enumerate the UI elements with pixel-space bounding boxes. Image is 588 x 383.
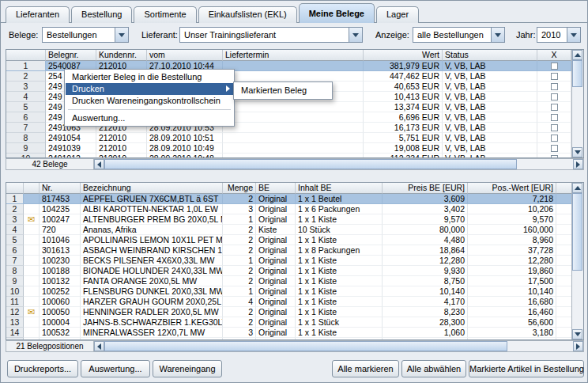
pos-horizontal-scrollbar[interactable] — [94, 340, 584, 352]
row-checkbox[interactable] — [551, 114, 558, 121]
jahr-dropdown[interactable]: 2010 — [537, 27, 581, 43]
cell-status: V, VB, LAB — [443, 112, 537, 123]
cell-inhalt-be: 10 Stück — [296, 225, 383, 235]
menu-item-auswertung[interactable]: Auswertung... — [66, 112, 233, 124]
dropdown-arrow-icon[interactable] — [349, 28, 362, 42]
cell-be: Kiste — [256, 225, 296, 235]
header-kundennr[interactable]: Kundennr. — [96, 50, 147, 61]
cell-be: Original — [256, 214, 296, 225]
header-rownum[interactable] — [6, 183, 24, 194]
pos-table-row[interactable]: 2104235ALBI KAROTTEN-NEKTAR 1,0L EW3Orig… — [6, 204, 571, 214]
header-menge[interactable]: Menge — [223, 183, 256, 194]
row-checkbox[interactable] — [551, 93, 558, 100]
pos-table-row[interactable]: 8100188BIONADE HOLUNDER 24X0,33L MW2Orig… — [6, 266, 571, 276]
pos-table-row[interactable]: 11100060HARZER GRAUH GOURM 20X0,25L MW4O… — [6, 297, 571, 307]
doc-table-row[interactable]: 8249105421201028.09.2010 10:515,751 EURV… — [6, 133, 571, 143]
header-bezeichnung[interactable]: Bezeichnung — [81, 183, 223, 194]
row-checkbox[interactable] — [551, 145, 558, 152]
cell-bezeichnung: Ananas, Afrika — [81, 225, 223, 235]
cell-nr: 100004 — [40, 317, 81, 328]
cell-preis-be: 28,300 — [383, 317, 468, 328]
scroll-down-icon[interactable] — [572, 329, 582, 339]
doc-hscroll-track[interactable] — [104, 159, 573, 169]
tab-bestellung[interactable]: Bestellung — [71, 6, 132, 23]
pos-table-row[interactable]: 14100532MINERALWASSER 12X0,7L MW3Origina… — [6, 328, 571, 338]
cell-menge: 2 — [223, 317, 256, 328]
alle-abwaehlen-button[interactable]: Alle abwählen — [401, 360, 466, 377]
scroll-up-icon[interactable] — [572, 183, 582, 193]
cell-bezeichnung: BECKS PILSENER 4X6X0,33L MW — [81, 256, 223, 266]
alle-markieren-button[interactable]: Alle markieren — [332, 360, 399, 377]
pos-table-row[interactable]: 10100252FLENSBURG DUNKEL 20X0,33L MW1Ori… — [6, 286, 571, 297]
lieferant-dropdown[interactable]: Unser Trainingslieferant — [179, 27, 363, 43]
header-wert[interactable]: Wert — [364, 50, 443, 61]
dropdown-arrow-icon[interactable] — [567, 28, 580, 42]
cell-liefertermin — [223, 143, 364, 154]
row-number: 9 — [6, 143, 46, 154]
row-checkbox[interactable] — [551, 83, 558, 90]
anzeige-dropdown[interactable]: alle Bestellungen — [413, 27, 505, 43]
header-inhalt-be[interactable]: Inhalt BE — [296, 183, 383, 194]
menu-item-drucken[interactable]: Drucken — [66, 83, 233, 95]
tab-sortimente[interactable]: Sortimente — [134, 6, 196, 23]
belege-dropdown[interactable]: Bestellungen — [42, 27, 129, 43]
pos-table-row[interactable]: 12✉100050HENNINGER RADLER 20X0,5L MW2Ori… — [6, 307, 571, 317]
scroll-right-icon[interactable] — [573, 159, 583, 169]
header-preis-be[interactable]: Preis BE [EUR] — [383, 183, 468, 194]
doc-vscroll-thumb[interactable] — [572, 60, 582, 87]
row-checkbox[interactable] — [551, 124, 558, 131]
pos-table-row[interactable]: 7100230BECKS PILSENER 4X6X0,33L MW1Origi… — [6, 256, 571, 266]
row-checkbox[interactable] — [551, 135, 558, 142]
doc-table-row[interactable]: 9249103921201028.09.2010 10:4919,008 EUR… — [6, 143, 571, 154]
doc-vscroll-track[interactable] — [572, 60, 583, 147]
pos-hscroll-thumb[interactable] — [104, 341, 507, 351]
pos-table-row[interactable]: 4720Ananas, Afrika2Kiste10 Stück80,00016… — [6, 225, 571, 235]
wareneingang-button[interactable]: Wareneingang — [153, 360, 222, 377]
doc-horizontal-scrollbar[interactable] — [94, 158, 584, 170]
scroll-down-icon[interactable] — [572, 147, 582, 157]
scroll-left-icon[interactable] — [94, 159, 104, 169]
tab-meine-belege[interactable]: Meine Belege — [299, 3, 375, 23]
cell-liefertermin — [223, 123, 364, 133]
scroll-left-icon[interactable] — [94, 341, 104, 351]
tab-lager[interactable]: Lager — [376, 6, 419, 23]
pos-vertical-scrollbar[interactable] — [571, 183, 583, 339]
druckreports-button[interactable]: Druckreports... — [7, 360, 78, 377]
pos-vscroll-thumb[interactable] — [572, 193, 582, 271]
markierte-artikel-button[interactable]: Markierte Artikel in Bestellung — [469, 360, 584, 377]
pos-table-row[interactable]: 9100132FANTA ORANGE 20X0,5L MW2Original1… — [6, 276, 571, 286]
dropdown-arrow-icon[interactable] — [491, 28, 504, 42]
tab-einkaufslisten[interactable]: Einkaufslisten (EKL) — [198, 6, 297, 23]
header-be[interactable]: BE — [256, 183, 296, 194]
header-rownum[interactable] — [6, 50, 46, 61]
header-belegnr[interactable]: Belegnr. — [46, 50, 96, 61]
pos-vscroll-track[interactable] — [572, 193, 583, 329]
header-status[interactable]: Status — [443, 50, 537, 61]
pos-hscroll-track[interactable] — [104, 341, 573, 351]
doc-vertical-scrollbar[interactable] — [571, 50, 583, 157]
header-mail[interactable] — [24, 183, 40, 194]
pos-table-row[interactable]: 5101046APOLLINARIS LEMON 10X1L PET MW2Or… — [6, 235, 571, 245]
submenu-item-markierten-beleg[interactable]: Markierten Beleg — [235, 84, 331, 97]
header-liefertermin[interactable]: Liefertermin — [223, 50, 364, 61]
scroll-up-icon[interactable] — [572, 50, 582, 60]
header-x[interactable]: X — [537, 50, 571, 61]
row-checkbox[interactable] — [551, 63, 558, 70]
pos-table-row[interactable]: 3✉100247ALTENBURGER PREM BG 20X0,5L MW1O… — [6, 214, 571, 225]
dropdown-arrow-icon[interactable] — [115, 28, 128, 42]
pos-table-row[interactable]: 1817453AEPFEL GRUEN 7X6CM,BTL ä 6ST2Orig… — [6, 194, 571, 204]
header-pos-wert[interactable]: Pos.-Wert [EUR] — [468, 183, 556, 194]
menu-item-drucken-kontrollschein[interactable]: Drucken Wareneingangskontrollschein — [66, 95, 233, 107]
menu-item-beleg-in-bestellung[interactable]: Markierter Beleg in die Bestellung — [66, 71, 233, 83]
scroll-right-icon[interactable] — [573, 341, 583, 351]
row-checkbox[interactable] — [551, 104, 558, 111]
header-vom[interactable]: vom — [147, 50, 223, 61]
auswertung-button[interactable]: Auswertung... — [81, 360, 150, 377]
row-checkbox[interactable] — [551, 73, 558, 80]
pos-table-row[interactable]: 6301613ASBACH WEINBRAND KIRSCHEN 100G2Or… — [6, 245, 571, 256]
header-nr[interactable]: Nr. — [40, 183, 81, 194]
tab-lieferanten[interactable]: Lieferanten — [6, 6, 70, 23]
doc-hscroll-thumb[interactable] — [104, 159, 517, 169]
cell-inhalt-be: 1 x 1 Kiste — [296, 214, 383, 225]
pos-table-row[interactable]: 13100004JAHNS-B.SCHWARZBIER 1.KEG30LTR2O… — [6, 317, 571, 328]
